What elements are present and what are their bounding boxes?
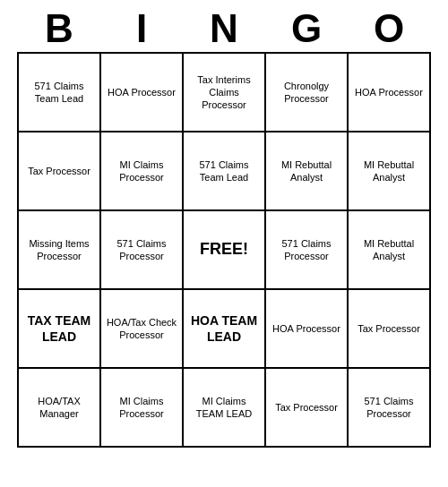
- bingo-cell-20: HOA/TAX Manager: [19, 369, 101, 448]
- header-letter-g: G: [265, 9, 348, 48]
- bingo-cell-15: TAX TEAM LEAD: [19, 290, 101, 369]
- bingo-cell-22: MI Claims TEAM LEAD: [184, 369, 266, 448]
- header-letter-i: I: [100, 9, 183, 48]
- bingo-cell-8: MI Rebuttal Analyst: [266, 132, 349, 211]
- bingo-cell-2: Tax Interims Claims Processor: [184, 54, 266, 132]
- bingo-cell-21: MI Claims Processor: [101, 369, 184, 448]
- bingo-cell-1: HOA Processor: [101, 54, 184, 132]
- bingo-cell-17: HOA TEAM LEAD: [184, 290, 266, 369]
- header-letter-n: N: [183, 9, 265, 48]
- bingo-cell-7: 571 Claims Team Lead: [184, 132, 266, 211]
- bingo-cell-24: 571 Claims Processor: [349, 369, 431, 448]
- bingo-cell-18: HOA Processor: [266, 290, 349, 369]
- bingo-cell-0: 571 Claims Team Lead: [19, 54, 101, 132]
- bingo-cell-16: HOA/Tax Check Processor: [101, 290, 184, 369]
- bingo-cell-6: MI Claims Processor: [101, 132, 184, 211]
- bingo-cell-13: 571 Claims Processor: [266, 211, 349, 290]
- bingo-cell-12: FREE!: [184, 211, 266, 290]
- bingo-cell-19: Tax Processor: [349, 290, 431, 369]
- bingo-cell-4: HOA Processor: [349, 54, 431, 132]
- bingo-cell-5: Tax Processor: [19, 132, 101, 211]
- bingo-cell-10: Missing Items Processor: [19, 211, 101, 290]
- bingo-grid: 571 Claims Team LeadHOA ProcessorTax Int…: [17, 52, 431, 448]
- bingo-cell-3: Chronolgy Processor: [266, 54, 349, 132]
- bingo-header: BINGO: [18, 9, 430, 48]
- bingo-cell-11: 571 Claims Processor: [101, 211, 184, 290]
- header-letter-o: O: [348, 9, 430, 48]
- header-letter-b: B: [18, 9, 100, 48]
- bingo-cell-9: MI Rebuttal Analyst: [349, 132, 431, 211]
- bingo-cell-14: MI Rebuttal Analyst: [349, 211, 431, 290]
- bingo-cell-23: Tax Processor: [266, 369, 349, 448]
